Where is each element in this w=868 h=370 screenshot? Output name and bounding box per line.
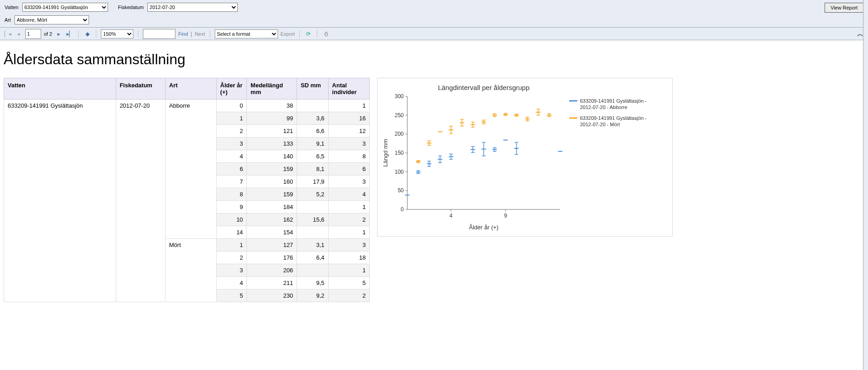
svg-text:Längdintervall per åldersgrupp: Längdintervall per åldersgrupp — [438, 84, 530, 91]
cell-alder: 6 — [217, 163, 247, 176]
cell-medel: 176 — [247, 251, 297, 264]
cell-medel: 159 — [247, 163, 297, 176]
cell-antal: 4 — [328, 188, 369, 201]
vatten-label: Vatten — [5, 5, 19, 10]
back-parent-icon[interactable]: ◆ — [83, 30, 91, 38]
cell-antal: 16 — [328, 112, 369, 125]
svg-text:0: 0 — [401, 206, 404, 213]
find-input[interactable] — [143, 29, 175, 39]
parameter-bar: Vatten 633209-141991 Gyslättasjön Fisked… — [0, 0, 868, 28]
chart-svg: Längdintervall per åldersgrupp0501001502… — [380, 83, 664, 232]
cell-alder: 3 — [217, 264, 247, 277]
svg-text:250: 250 — [395, 112, 404, 119]
cell-antal: 1 — [328, 100, 369, 112]
cell-alder: 7 — [217, 176, 247, 188]
cell-sd: 6,6 — [297, 125, 328, 138]
refresh-icon[interactable]: ⟳ — [304, 30, 312, 38]
prev-page-icon[interactable]: ◂ — [14, 30, 23, 38]
view-report-button[interactable]: View Report — [825, 3, 863, 13]
col-fiskedatum: Fiskedatum — [116, 78, 165, 100]
cell-alder: 4 — [217, 150, 247, 163]
cell-medel: 184 — [247, 201, 297, 213]
report-toolbar: ▏◂ ◂ of 2 ▸ ▸▏ ◆ 150% Find | Next Select… — [0, 28, 868, 40]
cell-medel: 140 — [247, 150, 297, 163]
find-link[interactable]: Find — [178, 31, 188, 37]
last-page-icon[interactable]: ▸▏ — [66, 30, 74, 38]
cell-antal: 3 — [328, 239, 369, 251]
vatten-select[interactable]: 633209-141991 Gyslättasjön — [22, 3, 108, 12]
svg-text:9: 9 — [504, 213, 507, 219]
cell-fiskedatum: 2012-07-20 — [116, 100, 165, 302]
cell-alder: 9 — [217, 201, 247, 213]
cell-medel: 99 — [247, 112, 297, 125]
cell-medel: 206 — [247, 264, 297, 277]
svg-text:633209-141991 Gyslättasjön -: 633209-141991 Gyslättasjön - — [580, 98, 647, 104]
cell-alder: 1 — [217, 112, 247, 125]
cell-sd: 3,1 — [297, 239, 328, 251]
cell-antal: 5 — [328, 277, 369, 289]
cell-alder: 1 — [217, 239, 247, 251]
first-page-icon[interactable]: ▏◂ — [4, 30, 12, 38]
cell-antal: 6 — [328, 163, 369, 176]
cell-alder: 8 — [217, 188, 247, 201]
svg-text:50: 50 — [398, 187, 404, 194]
fiskedatum-label: Fiskedatum — [118, 5, 144, 10]
cell-antal: 3 — [328, 176, 369, 188]
svg-text:150: 150 — [395, 150, 404, 156]
page-input[interactable] — [25, 29, 41, 39]
cell-alder: 5 — [217, 289, 247, 302]
right-gutter — [863, 0, 868, 302]
col-medel: Medellängd mm — [247, 78, 297, 100]
fiskedatum-select[interactable]: 2012-07-20 — [147, 3, 238, 12]
cell-antal: 3 — [328, 138, 369, 150]
col-sd: SD mm — [297, 78, 328, 100]
svg-text:300: 300 — [395, 93, 404, 100]
page-total: of 2 — [44, 31, 52, 37]
art-label: Art — [5, 17, 11, 23]
art-select[interactable]: Abborre, Mört — [14, 15, 89, 24]
cell-medel: 154 — [247, 226, 297, 239]
cell-sd: 9,1 — [297, 138, 328, 150]
cell-medel: 211 — [247, 277, 297, 289]
cell-medel: 127 — [247, 239, 297, 251]
cell-medel: 133 — [247, 138, 297, 150]
col-art: Art — [165, 78, 217, 100]
cell-antal: 18 — [328, 251, 369, 264]
col-antal: Antal individer — [328, 78, 369, 100]
cell-medel: 121 — [247, 125, 297, 138]
next-link: Next — [195, 31, 205, 37]
cell-art: Mört — [165, 239, 217, 302]
export-link: Export — [281, 31, 295, 37]
svg-text:2012-07-20 - Mört: 2012-07-20 - Mört — [580, 122, 620, 127]
cell-sd: 3,6 — [297, 112, 328, 125]
svg-text:200: 200 — [395, 131, 404, 137]
svg-text:100: 100 — [395, 169, 404, 175]
cell-antal: 1 — [328, 226, 369, 239]
collapse-params-icon[interactable]: ︽ — [857, 30, 863, 38]
data-table: Vatten Fiskedatum Art Ålder år (+) Medel… — [4, 78, 370, 302]
col-vatten: Vatten — [4, 78, 116, 100]
cell-sd: 6,4 — [297, 251, 328, 264]
chart-container: Längdintervall per åldersgrupp0501001502… — [377, 78, 673, 237]
cell-alder: 10 — [217, 213, 247, 226]
cell-sd: 9,2 — [297, 289, 328, 302]
report-title: Åldersdata sammanställning — [4, 51, 700, 68]
cell-sd — [297, 226, 328, 239]
svg-text:633209-141991 Gyslättasjön -: 633209-141991 Gyslättasjön - — [580, 115, 647, 121]
report-viewport: Åldersdata sammanställning Vatten Fisked… — [0, 40, 700, 302]
next-page-icon[interactable]: ▸ — [55, 30, 63, 38]
print-icon[interactable]: ⎙ — [322, 30, 330, 38]
cell-medel: 162 — [247, 213, 297, 226]
zoom-select[interactable]: 150% — [101, 29, 133, 38]
table-row: 633209-141991 Gyslättasjön2012-07-20Abbo… — [4, 100, 370, 112]
cell-alder: 0 — [217, 100, 247, 112]
cell-art: Abborre — [165, 100, 217, 239]
svg-text:Ålder år (+): Ålder år (+) — [469, 224, 498, 231]
cell-medel: 160 — [247, 176, 297, 188]
cell-alder: 2 — [217, 125, 247, 138]
cell-sd: 9,5 — [297, 277, 328, 289]
cell-antal: 12 — [328, 125, 369, 138]
cell-antal: 8 — [328, 150, 369, 163]
cell-medel: 159 — [247, 188, 297, 201]
export-format-select[interactable]: Select a format — [215, 29, 278, 38]
